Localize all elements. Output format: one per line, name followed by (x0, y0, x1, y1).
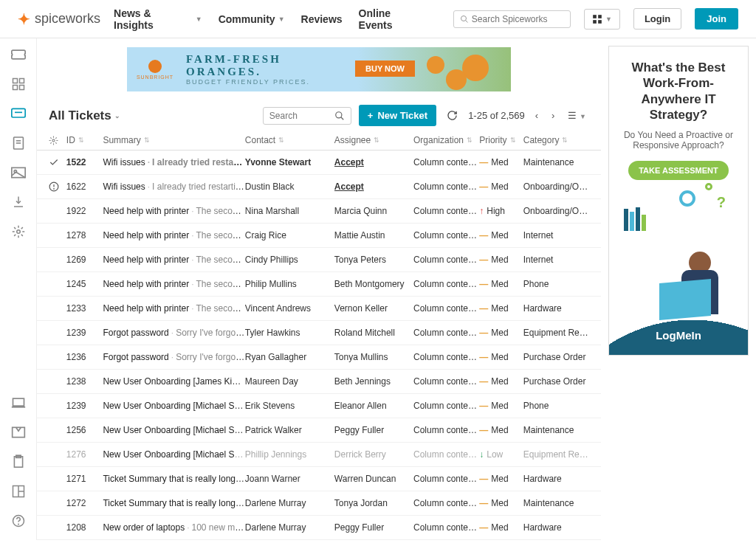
ticket-row[interactable]: 1622Wifi issues·I already tried restarti… (37, 175, 601, 199)
column-summary[interactable]: Summary⇅ (103, 135, 244, 145)
row-priority: — Med (479, 376, 523, 387)
svg-rect-23 (13, 398, 24, 406)
ticket-row[interactable]: 1239New User Onboarding [Michael Smith]·… (37, 394, 601, 418)
sidebar-download-icon[interactable] (11, 195, 26, 210)
ticket-row[interactable]: 1271Ticket Summary that is really long a… (37, 467, 601, 491)
sidebar-layout-icon[interactable] (11, 484, 26, 499)
row-contact: Yvonne Stewart (245, 157, 334, 167)
sidebar-notes-icon[interactable] (11, 136, 26, 151)
column-contact[interactable]: Contact⇅ (245, 135, 334, 145)
sidebar-clipboard-icon[interactable] (11, 454, 26, 469)
apps-menu-button[interactable]: ▼ (584, 9, 620, 30)
ticket-row[interactable]: 1256New User Onboarding [Michael Smith]·… (37, 418, 601, 443)
column-id[interactable]: ID⇅ (66, 135, 103, 145)
gear-icon[interactable] (49, 136, 66, 145)
login-button[interactable]: Login (633, 8, 681, 30)
sidebar-help-icon[interactable] (11, 513, 26, 528)
accept-link[interactable]: Accept (334, 181, 364, 192)
ticket-row[interactable]: 1238New User Onboarding [James Kim]·NaMa… (37, 370, 601, 394)
ad-brand-logo: LogMeIn (609, 329, 748, 342)
svg-point-7 (11, 53, 13, 55)
right-ad-column: What's the Best Work-From-Anywhere IT St… (601, 38, 756, 540)
ad-title: What's the Best Work-From-Anywhere IT St… (616, 60, 740, 122)
search-icon (334, 111, 345, 121)
row-assignee: Tonya Mullins (334, 352, 413, 362)
ticket-row[interactable]: 1245Need help with printer·The second fl… (37, 272, 601, 297)
global-search-input[interactable] (472, 14, 564, 24)
row-contact: Erik Stevens (245, 401, 334, 411)
row-assignee: Eleanor Allen (334, 401, 413, 411)
top-navbar: ✦ spiceworks News & Insights▼ Community▼… (0, 0, 756, 38)
new-ticket-button[interactable]: + New Ticket (359, 105, 436, 126)
ticket-search-input[interactable] (269, 111, 334, 121)
row-category: Hardware (523, 474, 589, 484)
nav-reviews[interactable]: Reviews (301, 7, 343, 31)
nav-community[interactable]: Community▼ (219, 7, 285, 31)
row-priority: — Med (479, 255, 523, 265)
ticket-row[interactable]: 1276New User Onboarding [Michael Smith]·… (37, 443, 601, 467)
ticket-row[interactable]: 1236Forgot password·Sorry I've forgotten… (37, 345, 601, 370)
ticket-row[interactable]: 1239Forgot password·Sorry I've forgotten… (37, 321, 601, 345)
next-page-button[interactable]: › (549, 110, 557, 121)
row-assignee: Accept (334, 181, 413, 192)
sidebar-inbox-icon[interactable] (11, 425, 26, 440)
row-priority: — Med (479, 157, 523, 167)
row-summary: Ticket Summary that is really long and· (103, 498, 244, 508)
row-priority: ↑ High (479, 206, 523, 216)
svg-point-22 (16, 230, 20, 234)
sidebar-helpdesk-icon[interactable] (11, 106, 26, 121)
ad-banner[interactable]: SUNBRIGHT FARM-FRESH ORANGES. BUDGET FRI… (37, 47, 601, 91)
main-nav: News & Insights▼ Community▼ Reviews Onli… (114, 7, 427, 31)
list-view-button[interactable]: ☰ ▼ (565, 110, 589, 121)
row-organization: Column contents (413, 157, 479, 167)
view-title[interactable]: All Tickets ⌄ (49, 108, 120, 123)
ticket-search[interactable] (263, 107, 351, 125)
column-assignee[interactable]: Assignee⇅ (334, 135, 413, 145)
sidebar-settings-icon[interactable] (11, 224, 26, 239)
row-organization: Column contents (413, 498, 479, 508)
nav-news[interactable]: News & Insights▼ (114, 7, 202, 31)
row-assignee: Tonya Peters (334, 255, 413, 265)
sidebar-tickets-icon[interactable] (11, 47, 26, 62)
row-contact: Darlene Murray (245, 522, 334, 533)
sidebar-dashboard-icon[interactable] (11, 77, 26, 91)
row-priority: — Med (479, 522, 523, 533)
row-priority: — Med (479, 181, 523, 192)
search-icon (460, 15, 469, 24)
column-organization[interactable]: Organization⇅ (413, 135, 479, 145)
row-summary: Need help with printer·The second floo (103, 206, 244, 216)
brand-logo[interactable]: ✦ spiceworks (18, 10, 100, 28)
sidebar-ad[interactable]: What's the Best Work-From-Anywhere IT St… (608, 46, 749, 356)
nav-online-events[interactable]: Online Events (359, 7, 427, 31)
sidebar-laptop-icon[interactable] (11, 395, 26, 410)
ticket-row[interactable]: 1208New order of laptops·100 new macboDa… (37, 516, 601, 540)
banner-cta-button[interactable]: BUY NOW (355, 60, 415, 77)
prev-page-button[interactable]: ‹ (532, 110, 541, 121)
column-category[interactable]: Category⇅ (523, 135, 589, 145)
row-category: Maintenance (523, 498, 589, 508)
ticket-row[interactable]: 1233Need help with printer·The second fl… (37, 297, 601, 321)
row-id: 1622 (66, 181, 103, 192)
row-assignee: Beth Montgomery (334, 279, 413, 289)
decorative-circle-icon (705, 183, 712, 190)
global-search[interactable] (453, 10, 571, 28)
row-organization: Column contents (413, 181, 479, 192)
accept-link[interactable]: Accept (334, 157, 364, 167)
row-id: 1239 (66, 328, 103, 338)
join-button[interactable]: Join (695, 8, 738, 30)
ticket-row[interactable]: 1922Need help with printer·The second fl… (37, 199, 601, 224)
ad-cta-button[interactable]: TAKE ASSESSMENT (628, 161, 729, 180)
sidebar-image-icon[interactable] (11, 165, 26, 180)
row-id: 1522 (66, 157, 103, 167)
ticket-row[interactable]: 1269Need help with printer·The second fl… (37, 248, 601, 272)
row-id: 1256 (66, 425, 103, 435)
ticket-row[interactable]: 1522Wifi issues·I already tried restarti… (37, 151, 601, 175)
pagination-info: 1-25 of 2,569 (468, 110, 525, 121)
ticket-row[interactable]: 1278Need help with printer·The second fl… (37, 224, 601, 248)
svg-rect-12 (19, 86, 24, 90)
caret-down-icon: ▼ (278, 15, 285, 23)
refresh-button[interactable] (444, 110, 461, 121)
row-assignee: Derrick Berry (334, 449, 413, 460)
ticket-row[interactable]: 1272Ticket Summary that is really long a… (37, 491, 601, 516)
column-priority[interactable]: Priority⇅ (479, 135, 523, 145)
